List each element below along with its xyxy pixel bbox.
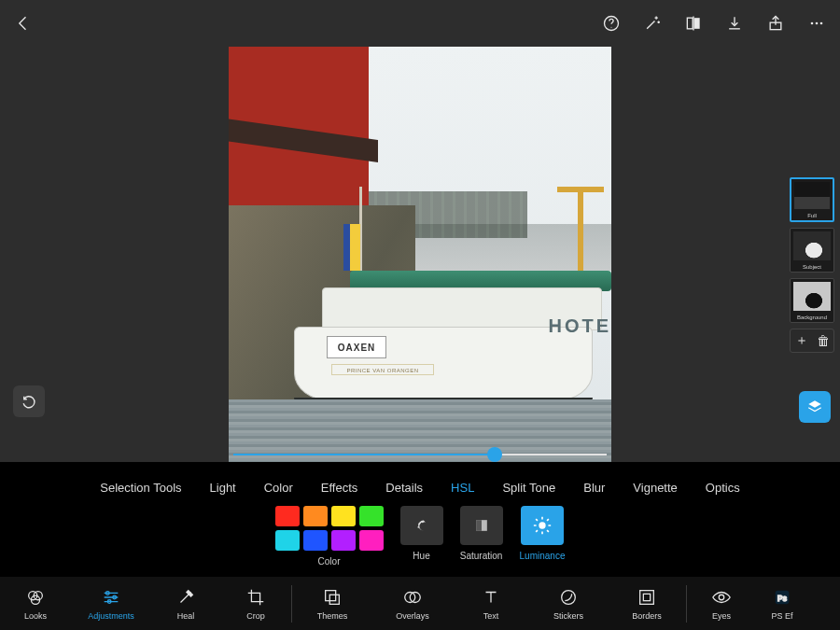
svg-rect-12	[476, 520, 482, 531]
hsl-hue-button[interactable]: Hue	[400, 506, 443, 561]
mask-label: Full	[807, 213, 817, 220]
svg-rect-26	[643, 594, 650, 600]
adjust-tab-effects[interactable]: Effects	[321, 481, 358, 495]
adjust-tab-blur[interactable]: Blur	[583, 481, 605, 495]
svg-rect-20	[326, 590, 336, 600]
svg-rect-3	[694, 18, 700, 29]
adjust-tab-vignette[interactable]: Vignette	[633, 481, 677, 495]
hsl-color-picker: Color	[275, 506, 384, 567]
mask-thumb-background[interactable]: Background	[790, 278, 834, 323]
hsl-luminance-button[interactable]: Luminance	[520, 506, 566, 561]
hotel-text: HOTE	[548, 315, 611, 337]
tool-themes[interactable]: Themes	[292, 577, 372, 630]
boat-name-plate: OAXEN	[327, 336, 386, 358]
svg-point-24	[562, 590, 576, 604]
tool-crop[interactable]: Crop	[220, 577, 291, 630]
adjust-tab-optics[interactable]: Optics	[706, 481, 740, 495]
hsl-swatch-1[interactable]	[303, 506, 328, 526]
hsl-swatch-4[interactable]	[275, 530, 300, 551]
svg-rect-25	[640, 590, 654, 604]
adjust-tab-color[interactable]: Color	[264, 481, 293, 495]
hsl-swatch-0[interactable]	[275, 506, 300, 526]
svg-text:Ps: Ps	[777, 594, 788, 602]
svg-rect-21	[329, 595, 339, 604]
text-icon	[481, 587, 501, 608]
hsl-swatch-2[interactable]	[331, 506, 356, 526]
slider-fill	[233, 454, 495, 455]
adjustments-icon	[101, 587, 121, 608]
tool-heal[interactable]: Heal	[151, 577, 220, 630]
mask-thumb-full[interactable]: Full	[790, 177, 834, 222]
tool-label: Themes	[317, 611, 348, 621]
tool-label: Heal	[177, 611, 195, 621]
undo-button[interactable]	[13, 385, 45, 417]
tool-label: Looks	[24, 611, 47, 621]
adjust-tab-hsl[interactable]: HSL	[451, 481, 474, 495]
mask-label: Subject	[803, 264, 821, 272]
tool-eyes[interactable]: Eyes	[687, 577, 756, 630]
svg-point-9	[422, 521, 424, 523]
bottom-toolbar: LooksAdjustmentsHealCropThemesOverlaysTe…	[0, 576, 840, 630]
svg-point-6	[816, 22, 819, 25]
back-icon[interactable]	[13, 13, 34, 34]
heal-icon	[175, 587, 196, 608]
tool-label: Eyes	[712, 611, 731, 621]
compare-icon[interactable]	[683, 13, 704, 34]
svg-point-13	[539, 522, 545, 528]
tool-label: Stickers	[553, 611, 583, 621]
download-icon[interactable]	[724, 13, 745, 34]
tool-adjustments[interactable]: Adjustments	[71, 577, 151, 630]
hsl-color-label: Color	[318, 556, 341, 567]
layers-button[interactable]	[799, 391, 831, 423]
tool-label: Borders	[632, 611, 662, 621]
mask-label: Background	[797, 315, 827, 322]
tool-borders[interactable]: Borders	[608, 577, 686, 630]
app-root: OAXEN PRINCE VAN ORANGEN HOTE Full Subje…	[0, 0, 840, 630]
adjust-slider[interactable]	[233, 446, 607, 463]
pseffects-icon: Ps	[772, 587, 792, 608]
auto-enhance-icon[interactable]	[642, 13, 663, 34]
mask-thumb-subject[interactable]: Subject	[790, 228, 834, 273]
svg-point-10	[417, 526, 419, 528]
themes-icon	[322, 587, 343, 608]
svg-point-7	[820, 22, 823, 25]
mask-actions: ＋ 🗑	[790, 329, 834, 353]
top-bar-left	[13, 13, 34, 34]
tool-overlays[interactable]: Overlays	[372, 577, 453, 630]
tool-pseffects[interactable]: PsPS Ef	[756, 577, 808, 630]
top-bar	[0, 0, 840, 47]
slider-knob[interactable]	[487, 447, 502, 462]
svg-point-8	[418, 523, 420, 525]
svg-point-27	[719, 595, 724, 600]
hsl-swatch-5[interactable]	[303, 530, 328, 551]
hsl-swatch-3[interactable]	[359, 506, 384, 526]
hsl-saturation-button[interactable]: Saturation	[460, 506, 503, 561]
tool-text[interactable]: Text	[453, 577, 529, 630]
borders-icon	[637, 587, 657, 608]
svg-point-1	[611, 27, 612, 28]
adjust-tabs: Selection ToolsLightColorEffectsDetailsH…	[0, 472, 840, 502]
hsl-swatch-6[interactable]	[331, 530, 356, 551]
help-icon[interactable]	[601, 13, 622, 34]
mask-panel: Full Subject Background ＋ 🗑	[788, 177, 836, 353]
crop-icon	[245, 587, 266, 608]
tool-label: Adjustments	[88, 611, 134, 621]
overlays-icon	[402, 587, 423, 608]
adjust-tab-light[interactable]: Light	[210, 481, 236, 495]
looks-icon	[25, 587, 46, 608]
tool-label: Overlays	[396, 611, 429, 621]
tool-label: PS Ef	[771, 611, 792, 621]
tool-stickers[interactable]: Stickers	[529, 577, 608, 630]
more-icon[interactable]	[806, 13, 827, 34]
delete-mask-button[interactable]: 🗑	[817, 333, 830, 348]
tool-looks[interactable]: Looks	[0, 577, 71, 630]
hsl-controls: Color HueSaturationLuminance	[0, 506, 840, 569]
add-mask-button[interactable]: ＋	[795, 332, 808, 349]
adjust-tab-selection-tools[interactable]: Selection Tools	[100, 481, 181, 495]
photo-canvas[interactable]: OAXEN PRINCE VAN ORANGEN HOTE	[229, 47, 611, 462]
adjust-tab-split-tone[interactable]: Split Tone	[502, 481, 555, 495]
canvas-area: OAXEN PRINCE VAN ORANGEN HOTE	[0, 47, 840, 462]
adjust-tab-details[interactable]: Details	[385, 481, 423, 495]
share-icon[interactable]	[765, 13, 786, 34]
hsl-swatch-7[interactable]	[359, 530, 384, 551]
